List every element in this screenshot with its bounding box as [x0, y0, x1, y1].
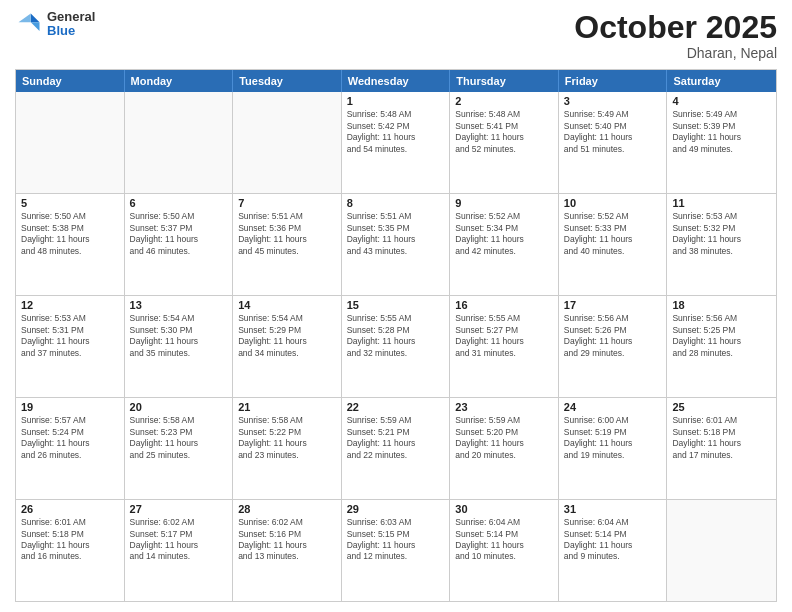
day-number: 3 [564, 95, 662, 107]
day-number: 23 [455, 401, 553, 413]
cell-info: Sunrise: 5:58 AMSunset: 5:22 PMDaylight:… [238, 415, 336, 461]
calendar-cell: 2Sunrise: 5:48 AMSunset: 5:41 PMDaylight… [450, 92, 559, 193]
cell-info: Sunrise: 5:51 AMSunset: 5:35 PMDaylight:… [347, 211, 445, 257]
calendar-cell: 19Sunrise: 5:57 AMSunset: 5:24 PMDayligh… [16, 398, 125, 499]
day-number: 13 [130, 299, 228, 311]
cell-info: Sunrise: 5:53 AMSunset: 5:32 PMDaylight:… [672, 211, 771, 257]
header-cell-wednesday: Wednesday [342, 70, 451, 92]
cell-info: Sunrise: 5:51 AMSunset: 5:36 PMDaylight:… [238, 211, 336, 257]
day-number: 27 [130, 503, 228, 515]
calendar-cell [16, 92, 125, 193]
calendar-row-1: 1Sunrise: 5:48 AMSunset: 5:42 PMDaylight… [16, 92, 776, 193]
day-number: 11 [672, 197, 771, 209]
logo-icon [15, 10, 43, 38]
header-cell-tuesday: Tuesday [233, 70, 342, 92]
calendar-cell: 12Sunrise: 5:53 AMSunset: 5:31 PMDayligh… [16, 296, 125, 397]
calendar-cell: 27Sunrise: 6:02 AMSunset: 5:17 PMDayligh… [125, 500, 234, 601]
day-number: 9 [455, 197, 553, 209]
cell-info: Sunrise: 5:56 AMSunset: 5:26 PMDaylight:… [564, 313, 662, 359]
svg-marker-2 [19, 14, 31, 23]
cell-info: Sunrise: 5:50 AMSunset: 5:38 PMDaylight:… [21, 211, 119, 257]
day-number: 2 [455, 95, 553, 107]
header: General Blue October 2025 Dharan, Nepal [15, 10, 777, 61]
calendar-cell [125, 92, 234, 193]
calendar-row-4: 19Sunrise: 5:57 AMSunset: 5:24 PMDayligh… [16, 397, 776, 499]
day-number: 19 [21, 401, 119, 413]
logo-text: General Blue [47, 10, 95, 39]
day-number: 31 [564, 503, 662, 515]
day-number: 17 [564, 299, 662, 311]
day-number: 14 [238, 299, 336, 311]
day-number: 6 [130, 197, 228, 209]
day-number: 20 [130, 401, 228, 413]
title-block: October 2025 Dharan, Nepal [574, 10, 777, 61]
calendar-cell: 15Sunrise: 5:55 AMSunset: 5:28 PMDayligh… [342, 296, 451, 397]
cell-info: Sunrise: 5:50 AMSunset: 5:37 PMDaylight:… [130, 211, 228, 257]
day-number: 10 [564, 197, 662, 209]
day-number: 4 [672, 95, 771, 107]
calendar-cell: 28Sunrise: 6:02 AMSunset: 5:16 PMDayligh… [233, 500, 342, 601]
calendar-cell: 25Sunrise: 6:01 AMSunset: 5:18 PMDayligh… [667, 398, 776, 499]
day-number: 28 [238, 503, 336, 515]
day-number: 26 [21, 503, 119, 515]
cell-info: Sunrise: 5:52 AMSunset: 5:34 PMDaylight:… [455, 211, 553, 257]
day-number: 5 [21, 197, 119, 209]
calendar-cell: 13Sunrise: 5:54 AMSunset: 5:30 PMDayligh… [125, 296, 234, 397]
page: General Blue October 2025 Dharan, Nepal … [0, 0, 792, 612]
calendar-cell: 7Sunrise: 5:51 AMSunset: 5:36 PMDaylight… [233, 194, 342, 295]
header-cell-thursday: Thursday [450, 70, 559, 92]
day-number: 16 [455, 299, 553, 311]
day-number: 7 [238, 197, 336, 209]
calendar-cell: 21Sunrise: 5:58 AMSunset: 5:22 PMDayligh… [233, 398, 342, 499]
cell-info: Sunrise: 5:55 AMSunset: 5:27 PMDaylight:… [455, 313, 553, 359]
month-title: October 2025 [574, 10, 777, 45]
calendar-cell: 31Sunrise: 6:04 AMSunset: 5:14 PMDayligh… [559, 500, 668, 601]
calendar-body: 1Sunrise: 5:48 AMSunset: 5:42 PMDaylight… [16, 92, 776, 601]
day-number: 21 [238, 401, 336, 413]
day-number: 12 [21, 299, 119, 311]
day-number: 30 [455, 503, 553, 515]
calendar-cell: 18Sunrise: 5:56 AMSunset: 5:25 PMDayligh… [667, 296, 776, 397]
cell-info: Sunrise: 6:02 AMSunset: 5:16 PMDaylight:… [238, 517, 336, 563]
calendar-cell: 1Sunrise: 5:48 AMSunset: 5:42 PMDaylight… [342, 92, 451, 193]
calendar-row-3: 12Sunrise: 5:53 AMSunset: 5:31 PMDayligh… [16, 295, 776, 397]
calendar-header: SundayMondayTuesdayWednesdayThursdayFrid… [16, 70, 776, 92]
calendar-cell: 10Sunrise: 5:52 AMSunset: 5:33 PMDayligh… [559, 194, 668, 295]
calendar-cell: 26Sunrise: 6:01 AMSunset: 5:18 PMDayligh… [16, 500, 125, 601]
calendar-cell [667, 500, 776, 601]
cell-info: Sunrise: 6:02 AMSunset: 5:17 PMDaylight:… [130, 517, 228, 563]
cell-info: Sunrise: 5:59 AMSunset: 5:20 PMDaylight:… [455, 415, 553, 461]
calendar-cell: 9Sunrise: 5:52 AMSunset: 5:34 PMDaylight… [450, 194, 559, 295]
cell-info: Sunrise: 5:52 AMSunset: 5:33 PMDaylight:… [564, 211, 662, 257]
day-number: 15 [347, 299, 445, 311]
cell-info: Sunrise: 6:04 AMSunset: 5:14 PMDaylight:… [455, 517, 553, 563]
day-number: 25 [672, 401, 771, 413]
cell-info: Sunrise: 6:01 AMSunset: 5:18 PMDaylight:… [672, 415, 771, 461]
calendar-cell: 6Sunrise: 5:50 AMSunset: 5:37 PMDaylight… [125, 194, 234, 295]
header-cell-sunday: Sunday [16, 70, 125, 92]
svg-marker-0 [31, 14, 40, 23]
cell-info: Sunrise: 5:54 AMSunset: 5:30 PMDaylight:… [130, 313, 228, 359]
calendar-cell: 20Sunrise: 5:58 AMSunset: 5:23 PMDayligh… [125, 398, 234, 499]
header-cell-monday: Monday [125, 70, 234, 92]
cell-info: Sunrise: 5:48 AMSunset: 5:41 PMDaylight:… [455, 109, 553, 155]
cell-info: Sunrise: 5:56 AMSunset: 5:25 PMDaylight:… [672, 313, 771, 359]
day-number: 18 [672, 299, 771, 311]
calendar-cell: 23Sunrise: 5:59 AMSunset: 5:20 PMDayligh… [450, 398, 559, 499]
cell-info: Sunrise: 5:53 AMSunset: 5:31 PMDaylight:… [21, 313, 119, 359]
day-number: 29 [347, 503, 445, 515]
day-number: 1 [347, 95, 445, 107]
cell-info: Sunrise: 5:54 AMSunset: 5:29 PMDaylight:… [238, 313, 336, 359]
header-cell-friday: Friday [559, 70, 668, 92]
calendar: SundayMondayTuesdayWednesdayThursdayFrid… [15, 69, 777, 602]
calendar-cell: 30Sunrise: 6:04 AMSunset: 5:14 PMDayligh… [450, 500, 559, 601]
day-number: 22 [347, 401, 445, 413]
cell-info: Sunrise: 6:04 AMSunset: 5:14 PMDaylight:… [564, 517, 662, 563]
calendar-cell: 4Sunrise: 5:49 AMSunset: 5:39 PMDaylight… [667, 92, 776, 193]
cell-info: Sunrise: 5:48 AMSunset: 5:42 PMDaylight:… [347, 109, 445, 155]
calendar-cell: 29Sunrise: 6:03 AMSunset: 5:15 PMDayligh… [342, 500, 451, 601]
day-number: 24 [564, 401, 662, 413]
calendar-row-2: 5Sunrise: 5:50 AMSunset: 5:38 PMDaylight… [16, 193, 776, 295]
header-cell-saturday: Saturday [667, 70, 776, 92]
calendar-cell: 8Sunrise: 5:51 AMSunset: 5:35 PMDaylight… [342, 194, 451, 295]
